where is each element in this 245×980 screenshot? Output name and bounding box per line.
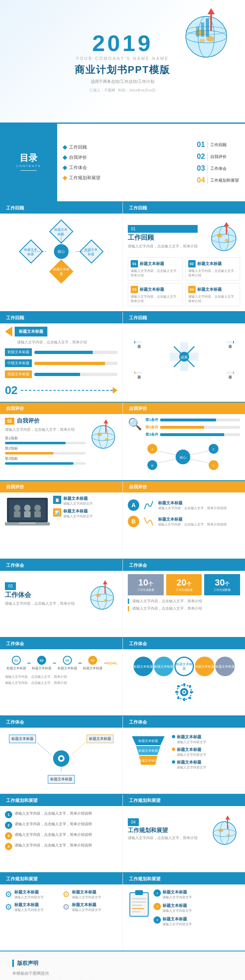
stat-box-1: 10个 工作完成数量 xyxy=(128,574,164,595)
svg-rect-8 xyxy=(210,12,212,31)
svg-marker-38 xyxy=(104,419,108,423)
s1-items-grid: 01 标题文本标题 请输入文字内容，点击输入文字，简单介绍 02 标题文本标题 … xyxy=(128,257,240,306)
svg-point-82 xyxy=(183,691,185,693)
s14-items: 标题文本标题 请输入文字内容文字 标题文本标题 请输入文字内容文字 标题文本标题 xyxy=(172,734,240,770)
s14-item-3: 标题文本标题 请输入文字内容文字 xyxy=(172,760,240,770)
svg-rect-101 xyxy=(132,905,142,906)
toc-title-en: CONTENTS xyxy=(16,164,41,168)
s9-tag: 工作体会 xyxy=(0,559,122,571)
toc-item-3: 工作体会 xyxy=(63,165,100,171)
s17-gear-2: ⚙ 标题文本标题 请输入文字内容文字 xyxy=(62,889,118,900)
arrow-left-icon xyxy=(5,327,12,336)
svg-rect-75 xyxy=(175,691,178,693)
s10-text-items: 请输入文字内容，点击输入文字，简单介绍 请输入文字内容，点击输入文字，简单介绍 xyxy=(128,599,240,611)
cover-globe xyxy=(180,6,233,60)
s3-arrow-title: 标题文本标题 xyxy=(15,327,47,336)
svg-rect-76 xyxy=(190,691,193,693)
cover-subtitle: 适用于商务总结/工作总结/工作计划 xyxy=(75,79,171,85)
network-diagram: 核心 A B C D xyxy=(128,441,240,473)
s1-num-badge: 01 xyxy=(128,225,198,233)
svg-point-93 xyxy=(218,829,223,832)
s1-item-4: 04 标题文本标题 请输入文字内容，点击输入文字，简单介绍 xyxy=(185,283,241,306)
svg-point-36 xyxy=(105,438,109,441)
s16-desc: 请输入文字内容，点击输入文字，简单介绍 xyxy=(128,835,205,841)
cycle-gear-icon xyxy=(174,682,194,702)
diamond-grid: 标题文本标题 标题文本标题 标题文本标题 标题文本标题 核心 xyxy=(5,217,118,286)
s6-item-2: 第2条件 xyxy=(145,425,240,430)
s9-header: 03 工作体会 请输入文字内容，点击输入文字，简单介绍 xyxy=(5,574,118,615)
svg-point-55 xyxy=(14,505,20,511)
svg-text:C: C xyxy=(212,448,214,451)
gear-icon-4: ⚙ xyxy=(62,902,70,912)
s3-tag: 工作回顾 xyxy=(0,312,122,323)
svg-rect-102 xyxy=(132,908,144,909)
s17-gear-grid: ⚙ 标题文本标题 请输入文字内容文字 ⚙ 标题文本标题 请输入文字内容文字 ⚙ … xyxy=(5,888,118,912)
s1-title: 工作回顾 xyxy=(128,234,198,242)
slide-s13-left: 工作体会 标题文本标题 标题文本标题 标题文本标题 xyxy=(0,716,122,794)
svg-text:D: D xyxy=(212,464,214,467)
cross-center: 成果 xyxy=(168,341,200,374)
slide-s11-left: 工作体会 01 标题文本标题 02 标题文本标题 03 标题文本标题 04 标题… xyxy=(0,638,122,715)
s6-items: 第1条件 第2条件 第3条件 xyxy=(145,417,240,437)
s14-item-1: 标题文本标题 请输入文字内容文字 xyxy=(172,734,240,744)
s17-tag: 工作规划和展望 xyxy=(0,873,122,884)
s1-item-1: 01 标题文本标题 请输入文字内容，点击输入文字，简单介绍 xyxy=(128,257,183,281)
svg-rect-73 xyxy=(183,683,185,686)
s7-item-1: 📋 标题文本标题 请输入文字内容文字 xyxy=(53,496,118,506)
slide-s3-left: 工作回顾 标题文本标题 请输入文字内容，点击输入文字，简单介绍 初级文本标题 中… xyxy=(0,312,122,402)
s5-desc: 请输入文字内容，点击输入文字，简单介绍 xyxy=(5,427,86,432)
s6-search-area: 🔍 第1条件 第2条件 第3条件 xyxy=(128,417,240,437)
slide-row-1: 工作回顾 标题文本标题 标题文本标题 标题文本标题 标题文本标题 xyxy=(0,201,245,311)
s18-item-2: 2 标题文本标题 请输入文字内容文字 xyxy=(154,903,240,913)
s1-item-2: 02 标题文本标题 请输入文字内容，点击输入文字，简单介绍 xyxy=(185,257,241,281)
slide-s14-right: 工作体会 标题文本标题 标题文本标题 标题文本标题 标题文本标题 请输入文字内容… xyxy=(122,716,245,794)
s6-item-1: 第1条件 xyxy=(145,417,240,423)
stat-boxes-row: 10个 工作完成数量 20个 工作完成数量 30个 工作完成数量 xyxy=(128,574,240,595)
s3-progress-items: 初级文本标题 中级文本标题 高级文本标题 xyxy=(5,348,118,378)
cycle-gear xyxy=(128,680,240,704)
toc-slide: 目录 CONTENTS 工作回顾 自我评价 工作体会 工作规划和展望 xyxy=(0,122,245,201)
s5-content: 02 自我评价 请输入文字内容，点击输入文字，简单介绍 第1指标 第2指标 xyxy=(5,417,118,466)
toc-right-1: 01 工作回顾 xyxy=(197,140,239,149)
copyright-slide: 版权声明 本模板由千图网提供 请在使用前阅读版权声明，本模板版权归千图网所有。 xyxy=(0,951,245,980)
svg-line-50 xyxy=(157,459,176,463)
cross-diagram: 工作文本标题 工作文本标题 工作文本标题 工作文本标题 成果 xyxy=(128,327,240,388)
svg-point-68 xyxy=(104,599,108,601)
s16-globe xyxy=(209,813,240,846)
s3-item-1: 初级文本标题 xyxy=(5,348,118,356)
s5-globe xyxy=(89,417,118,451)
s7-item-2: 📊 标题文本标题 请输入文字内容文字 xyxy=(53,508,118,519)
svg-point-94 xyxy=(226,834,230,837)
toc-content: 工作回顾 自我评价 工作体会 工作规划和展望 01 工作回顾 02 xyxy=(57,124,245,201)
slide-s1-left: 工作回顾 标题文本标题 标题文本标题 标题文本标题 标题文本标题 xyxy=(0,202,122,311)
s15-item-4: 4 请输入文字内容，点击输入文字，简单介绍说明 xyxy=(5,843,118,850)
svg-text:成果: 成果 xyxy=(180,355,188,359)
s9-desc: 请输入文字内容，点击输入文字，简单介绍 xyxy=(5,601,83,606)
timeline-row: 01 标题文本标题 02 标题文本标题 03 标题文本标题 04 标题文本标题 … xyxy=(5,653,118,672)
s14-tag: 工作体会 xyxy=(123,716,245,728)
s14-item-2: 标题文本标题 请输入文字内容文字 xyxy=(172,747,240,757)
slide-s12-right: 工作体会 标题文本标题 标题文本标题 标题文本标题 标题文本标题 标题文本标题 xyxy=(122,638,245,715)
s9-title: 工作体会 xyxy=(5,591,83,599)
s15-item-1: 1 请输入文字内容，点击输入文字，简单介绍说明 xyxy=(5,811,118,818)
gear-icon-2: ⚙ xyxy=(62,889,70,899)
toc-right-3: 03 工作体会 xyxy=(197,164,239,173)
s5-title: 自我评价 xyxy=(17,417,40,425)
s5-num: 02 xyxy=(5,418,14,425)
bar-1: 第1指标 xyxy=(5,436,86,444)
slide-s18-right: 工作规划和展望 1 标题文本标题 xyxy=(122,873,245,951)
diamond-lines xyxy=(20,221,102,282)
s3-arrow-row: 标题文本标题 xyxy=(5,327,118,336)
s13-items: 标题文本标题 标题文本标题 标题文本标题 xyxy=(5,731,118,786)
s16-text: 04 工作规划和展望 请输入文字内容，点击输入文字，简单介绍 xyxy=(128,818,205,841)
slide-row-5: 工作体会 03 工作体会 请输入文字内容，点击输入文字，简单介绍 xyxy=(0,559,245,637)
s1-tag-left: 工作回顾 xyxy=(0,202,122,214)
copyright-title: 版权声明 xyxy=(12,960,233,967)
s12-tag: 工作体会 xyxy=(123,638,245,649)
s1-title-group: 01 工作回顾 请输入文字内容，点击输入文字，简单介绍 xyxy=(128,225,198,249)
svg-line-49 xyxy=(157,451,176,455)
slide-row-4: 自我评价 xyxy=(0,480,245,559)
svg-text:A: A xyxy=(151,448,154,451)
slide-row-3: 自我评价 02 自我评价 请输入文字内容，点击输入文字，简单介绍 第1指标 第2… xyxy=(0,402,245,480)
cover-company: YOUR COMOANY'S NAME NAME xyxy=(75,56,171,61)
